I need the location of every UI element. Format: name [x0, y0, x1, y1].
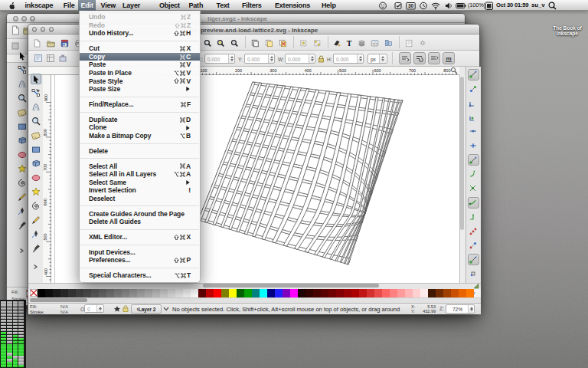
svg-text:m: m	[446, 55, 451, 62]
svg-text:T: T	[347, 39, 352, 48]
svg-text:</>: </>	[372, 42, 377, 46]
svg-text:400: 400	[305, 67, 312, 72]
svg-text:200: 200	[235, 67, 242, 72]
svg-text:30: 30	[408, 3, 414, 8]
svg-text:400: 400	[43, 268, 47, 274]
svg-text:500: 500	[339, 67, 346, 72]
svg-text:700: 700	[409, 67, 416, 72]
svg-text:800: 800	[43, 129, 47, 136]
svg-text:300: 300	[270, 67, 276, 72]
svg-text:100: 100	[201, 67, 207, 72]
svg-text:600: 600	[43, 199, 47, 205]
svg-text:900: 900	[43, 94, 47, 100]
svg-text:500: 500	[43, 233, 47, 240]
svg-text:700: 700	[43, 163, 47, 170]
svg-text:600: 600	[374, 67, 381, 72]
